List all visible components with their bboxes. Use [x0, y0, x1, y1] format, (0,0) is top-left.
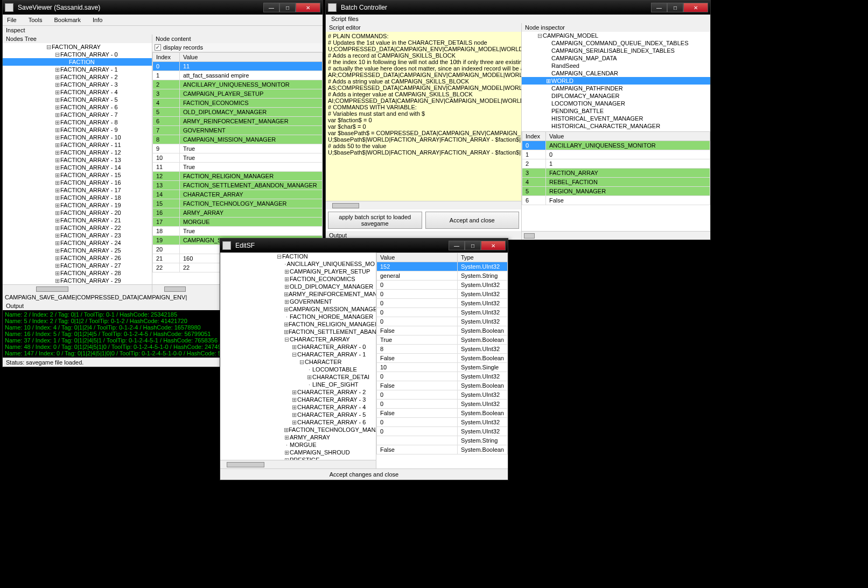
- tree-node[interactable]: · FACTION_HORDE_MANAGER: [274, 313, 376, 320]
- tree-node[interactable]: ⊞ WORLD: [522, 77, 710, 85]
- tree-node[interactable]: RandSeed: [522, 62, 710, 69]
- tree-node[interactable]: ⊞ CAMPAIGN_SHROUD: [274, 449, 376, 456]
- tree-node[interactable]: ⊞ FACTION_ARRAY - 16: [3, 179, 152, 186]
- tree-node[interactable]: ⊞ CHARACTER_DETAI: [274, 373, 376, 381]
- table-row[interactable]: 10True: [153, 153, 323, 163]
- tree-node[interactable]: CAMPAIGN_PATHFINDER: [522, 85, 710, 92]
- maximize-button[interactable]: □: [667, 3, 683, 12]
- tree-node[interactable]: ⊞ CHARACTER_ARRAY - 0: [274, 343, 376, 351]
- tree-node[interactable]: ⊟ FACTION: [274, 253, 376, 260]
- tree-node[interactable]: CAMPAIGN_MAP_DATA: [522, 54, 710, 62]
- table-row[interactable]: 0System.UInt32: [377, 308, 508, 317]
- table-row[interactable]: 011: [153, 62, 323, 71]
- table-row[interactable]: 6False: [522, 196, 710, 205]
- tree-node[interactable]: ⊞ FACTION_ARRAY - 25: [3, 247, 152, 254]
- tree-node[interactable]: ⊞ FACTION_ARRAY - 5: [3, 96, 152, 103]
- tree-node[interactable]: CAMPAIGN_SERIALISABLE_INDEX_TABLES: [522, 47, 710, 54]
- tree-node[interactable]: ⊞ FACTION_ARRAY - 28: [3, 269, 152, 277]
- editsf-tree-hscroll[interactable]: [220, 460, 376, 468]
- tree-node[interactable]: LOCOMOTION_MANAGER: [522, 100, 710, 107]
- tree-node[interactable]: ⊞ FACTION_ECONOMICS: [274, 275, 376, 283]
- col-type[interactable]: Type: [457, 253, 507, 262]
- maximize-button[interactable]: □: [279, 3, 296, 12]
- table-row[interactable]: 5OLD_DIPLOMACY_MANAGER: [153, 108, 323, 117]
- table-row[interactable]: System.String: [377, 436, 508, 445]
- menu-bookmark[interactable]: Bookmark: [52, 16, 83, 24]
- col-value[interactable]: Value: [377, 253, 458, 262]
- tree-node[interactable]: ⊞ CHARACTER_ARRAY - 5: [274, 411, 376, 418]
- nodes-tree[interactable]: ⊟ FACTION_ARRAY⊟ FACTION_ARRAY - 0 FACTI…: [3, 43, 152, 284]
- table-row[interactable]: 2ANCILLARY_UNIQUENESS_MONITOR: [153, 80, 323, 89]
- tree-node[interactable]: · ANCILLARY_UNIQUENESS_MO: [274, 260, 376, 268]
- col-value[interactable]: Value: [546, 132, 710, 141]
- table-row[interactable]: 10System.Single: [377, 363, 508, 372]
- tree-node[interactable]: ⊞ OLD_DIPLOMACY_MANAGER: [274, 283, 376, 290]
- table-row[interactable]: 5REGION_MANAGER: [522, 187, 710, 196]
- tree-node[interactable]: ⊞ FACTION_ARRAY - 2: [3, 73, 152, 81]
- tree-node[interactable]: ⊞ CAMPAIGN_MISSION_MANAGEI: [274, 305, 376, 313]
- tree-node[interactable]: ⊟ CHARACTER_ARRAY - 1: [274, 351, 376, 358]
- tree-node[interactable]: · LOCOMOTABLE: [274, 366, 376, 373]
- tree-node[interactable]: ⊞ FACTION_TECHNOLOGY_MANA: [274, 426, 376, 433]
- script-hscroll[interactable]: [326, 201, 521, 209]
- table-row[interactable]: 0System.UInt32: [377, 372, 508, 381]
- tree-node[interactable]: ⊞ GOVERNMENT: [274, 298, 376, 305]
- display-records-checkbox[interactable]: ✓: [155, 44, 161, 51]
- table-row[interactable]: 1att_fact_sassanid empire: [153, 71, 323, 80]
- editsf-table-wrap[interactable]: ValueType 152System.UInt32generalSystem.…: [376, 253, 508, 468]
- tree-node[interactable]: ⊞ FACTION_ARRAY - 26: [3, 254, 152, 262]
- table-row[interactable]: 3FACTION_ARRAY: [522, 169, 710, 178]
- tree-node[interactable]: ⊞ FACTION_SETTLEMENT_ABAN: [274, 328, 376, 335]
- tree-node[interactable]: HISTORICAL_EVENT_MANAGER: [522, 115, 710, 122]
- tree-node[interactable]: ⊞ FACTION_ARRAY - 19: [3, 201, 152, 209]
- close-button[interactable]: ✕: [296, 3, 320, 12]
- tree-node[interactable]: ⊞ CHARACTER_ARRAY - 3: [274, 396, 376, 403]
- table-row[interactable]: FalseSystem.Boolean: [377, 409, 508, 418]
- tree-node[interactable]: ⊞ FACTION_ARRAY - 18: [3, 194, 152, 201]
- table-row[interactable]: FalseSystem.Boolean: [377, 445, 508, 454]
- table-row[interactable]: 11True: [153, 163, 323, 172]
- table-row[interactable]: generalSystem.String: [377, 271, 508, 281]
- tree-node[interactable]: ⊞ FACTION_ARRAY - 13: [3, 156, 152, 164]
- tree-node[interactable]: ⊞ FACTION_ARRAY - 27: [3, 262, 152, 269]
- tree-node[interactable]: ⊞ FACTION_ARRAY - 14: [3, 164, 152, 171]
- titlebar-editsf[interactable]: EditSF — □ ✕: [220, 239, 508, 253]
- tree-node[interactable]: ⊞ FACTION_ARRAY - 24: [3, 239, 152, 247]
- tree-node[interactable]: ⊞ FACTION_RELIGION_MANAGER: [274, 320, 376, 328]
- tree-node[interactable]: ⊞ FACTION_ARRAY - 12: [3, 149, 152, 156]
- tree-node[interactable]: ⊞ FACTION_ARRAY - 1: [3, 66, 152, 73]
- tree-node[interactable]: ⊞ FACTION_ARRAY - 8: [3, 118, 152, 126]
- tree-node[interactable]: ⊞ FACTION_ARRAY - 4: [3, 88, 152, 96]
- menu-file[interactable]: File: [5, 16, 19, 24]
- maximize-button[interactable]: □: [465, 241, 481, 250]
- table-row[interactable]: 14CHARACTER_ARRAY: [153, 190, 323, 199]
- minimize-button[interactable]: —: [651, 3, 667, 12]
- table-row[interactable]: 0System.UInt32: [377, 390, 508, 400]
- close-button[interactable]: ✕: [481, 241, 506, 250]
- table-row[interactable]: FalseSystem.Boolean: [377, 354, 508, 363]
- table-row[interactable]: 18True: [153, 227, 323, 236]
- table-row[interactable]: 9True: [153, 144, 323, 153]
- table-row[interactable]: 0System.UInt32: [377, 400, 508, 409]
- tree-node[interactable]: ⊞ FACTION_ARRAY - 9: [3, 126, 152, 134]
- tree-node[interactable]: ⊞ FACTION_ARRAY - 10: [3, 134, 152, 141]
- tree-node[interactable]: ⊞ FACTION_ARRAY - 11: [3, 141, 152, 149]
- tree-node[interactable]: · LINE_OF_SIGHT: [274, 381, 376, 388]
- inspector-hscroll[interactable]: [522, 231, 710, 240]
- table-row[interactable]: 0System.UInt32: [377, 281, 508, 290]
- tree-node[interactable]: CAMPAIGN_COMMAND_QUEUE_INDEX_TABLES: [522, 39, 710, 47]
- table-row[interactable]: FalseSystem.Boolean: [377, 381, 508, 390]
- table-row[interactable]: FalseSystem.Boolean: [377, 326, 508, 335]
- tree-node[interactable]: ⊞ FACTION_ARRAY - 6: [3, 103, 152, 111]
- tree-node[interactable]: ⊞ ARMY_ARRAY: [274, 433, 376, 441]
- col-value[interactable]: Value: [180, 53, 323, 62]
- table-row[interactable]: 3CAMPAIGN_PLAYER_SETUP: [153, 89, 323, 99]
- tree-node[interactable]: HISTORICAL_CHARACTER_MANAGER: [522, 122, 710, 130]
- titlebar-batch[interactable]: Batch Controller — □ ✕: [326, 1, 710, 15]
- col-index[interactable]: Index: [522, 132, 546, 141]
- table-row[interactable]: 4REBEL_FACTION: [522, 178, 710, 187]
- tree-node[interactable]: CAMPAIGN_CALENDAR: [522, 69, 710, 77]
- menu-info[interactable]: Info: [90, 16, 104, 24]
- menu-tools[interactable]: Tools: [26, 16, 45, 24]
- tree-node[interactable]: PENDING_BATTLE: [522, 107, 710, 115]
